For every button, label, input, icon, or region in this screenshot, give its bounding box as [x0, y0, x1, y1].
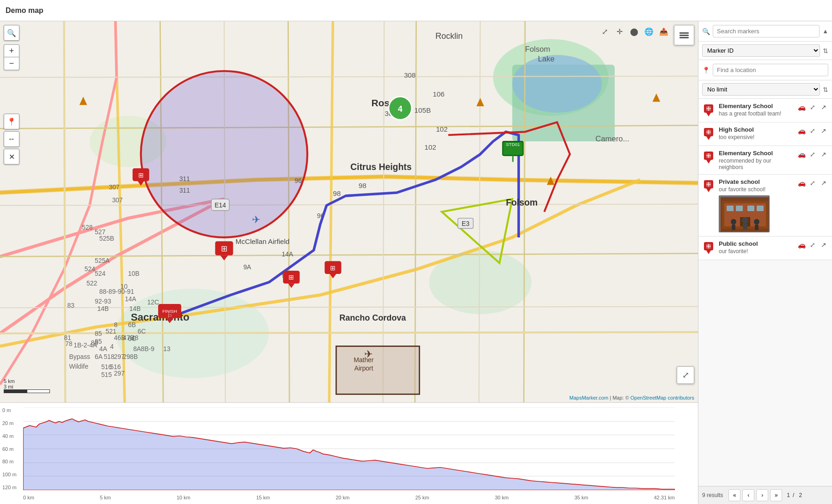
- prev-page-button[interactable]: ‹: [742, 489, 754, 501]
- scale-km-label: 5 km: [4, 378, 50, 384]
- location-pin-button[interactable]: 📍: [4, 114, 19, 129]
- svg-rect-163: [736, 206, 743, 211]
- osm-link[interactable]: OpenStreetMap contributors: [630, 395, 694, 401]
- marker-icon-5: [702, 240, 715, 256]
- scale-mi-label: 3 mi: [4, 384, 50, 389]
- svg-point-3: [512, 55, 602, 113]
- marker-expand-btn-2[interactable]: ⤢: [808, 126, 817, 135]
- collapse-icon[interactable]: ▲: [822, 28, 828, 35]
- zoom-out-button[interactable]: −: [4, 57, 19, 70]
- arrow-left-button[interactable]: ↔: [4, 131, 19, 147]
- find-location-section: 📍: [698, 60, 832, 80]
- marker-share-btn-3[interactable]: ↗: [819, 150, 828, 159]
- zoom-in-button[interactable]: +: [4, 44, 19, 57]
- marker-item[interactable]: High School too expensive! 🚗 ⤢ ↗: [698, 122, 832, 146]
- marker-desc-5: our favorite!: [719, 248, 793, 255]
- svg-text:307: 307: [109, 183, 120, 191]
- next-page-button[interactable]: ›: [756, 489, 768, 501]
- svg-point-169: [742, 217, 748, 224]
- marker-share-btn-5[interactable]: ↗: [819, 240, 828, 249]
- svg-marker-150: [706, 160, 711, 164]
- svg-text:524: 524: [85, 265, 95, 273]
- marker-share-btn-1[interactable]: ↗: [819, 103, 828, 112]
- page-total: 2: [799, 492, 802, 498]
- svg-text:McClellan Airfield: McClellan Airfield: [236, 237, 290, 245]
- map-section: Mather Airport ✈ 308 308 106 105B 102 10…: [0, 21, 698, 504]
- fullscreen-icon[interactable]: ⤢: [598, 25, 611, 38]
- svg-text:14B: 14B: [98, 305, 109, 312]
- svg-rect-162: [727, 206, 734, 211]
- svg-text:⊞: ⊞: [221, 244, 227, 253]
- map-container[interactable]: Mather Airport ✈ 308 308 106 105B 102 10…: [0, 21, 698, 402]
- marker-car-btn-4[interactable]: 🚗: [797, 178, 806, 188]
- export-icon[interactable]: 📤: [657, 25, 670, 38]
- svg-text:297: 297: [114, 370, 125, 377]
- fit-map-button[interactable]: ⤢: [677, 366, 694, 384]
- search-button[interactable]: 🔍: [4, 25, 19, 41]
- marker-desc-1: has a great football team!: [719, 110, 793, 117]
- marker-id-select[interactable]: Marker ID: [702, 44, 820, 57]
- svg-text:14A: 14A: [282, 250, 294, 258]
- close-button[interactable]: ✕: [4, 149, 19, 164]
- marker-item[interactable]: Public school our favorite! 🚗 ⤢ ↗: [698, 237, 832, 260]
- marker-title-2: High School: [719, 126, 793, 133]
- search-markers-input[interactable]: [713, 25, 820, 37]
- svg-rect-172: [755, 225, 759, 230]
- marker-expand-btn-3[interactable]: ⤢: [808, 150, 817, 159]
- crosshair-icon[interactable]: ✛: [613, 25, 626, 38]
- svg-text:48: 48: [131, 334, 139, 341]
- marker-expand-btn-5[interactable]: ⤢: [808, 240, 817, 249]
- limit-sort-icon[interactable]: ⇅: [823, 86, 828, 93]
- mapsmarker-link[interactable]: MapsMarker.com: [569, 395, 608, 401]
- svg-text:518: 518: [104, 353, 114, 360]
- elevation-chart: 120 m 100 m 80 m 60 m 40 m 20 m 0 m: [0, 402, 698, 504]
- svg-rect-129: [679, 32, 689, 34]
- limit-select[interactable]: No limit: [702, 83, 820, 96]
- marker-item[interactable]: Elementary School recommended by our nei…: [698, 146, 832, 175]
- map-toolbar-icons: ⤢ ✛ ⬤ 🌐 📤: [598, 25, 670, 38]
- marker-car-btn-3[interactable]: 🚗: [797, 150, 806, 159]
- svg-text:96: 96: [317, 212, 324, 219]
- svg-rect-168: [732, 225, 735, 230]
- svg-text:Rocklin: Rocklin: [435, 31, 463, 41]
- marker-share-btn-2[interactable]: ↗: [819, 126, 828, 135]
- marker-item[interactable]: Private school our favorite school!: [698, 175, 832, 237]
- svg-marker-140: [706, 113, 711, 116]
- marker-car-btn-2[interactable]: 🚗: [797, 126, 806, 135]
- svg-text:307: 307: [112, 196, 122, 204]
- marker-share-btn-4[interactable]: ↗: [819, 178, 828, 188]
- svg-text:311: 311: [179, 187, 190, 194]
- marker-item[interactable]: Elementary School has a great football t…: [698, 99, 832, 122]
- svg-text:6C: 6C: [138, 328, 146, 335]
- svg-text:Wildife: Wildife: [69, 363, 89, 370]
- marker-expand-btn-1[interactable]: ⤢: [808, 103, 817, 112]
- svg-text:6A: 6A: [95, 353, 103, 360]
- elevation-y-labels: 120 m 100 m 80 m 60 m 40 m 20 m 0 m: [2, 407, 17, 490]
- find-location-input[interactable]: [713, 64, 828, 76]
- svg-text:102: 102: [424, 143, 436, 151]
- svg-text:524: 524: [95, 270, 105, 277]
- sort-icon[interactable]: ⇅: [823, 47, 828, 55]
- circle-icon[interactable]: ⬤: [628, 25, 641, 38]
- svg-marker-175: [706, 250, 711, 254]
- scale-bar: 5 km 3 mi: [4, 378, 50, 393]
- marker-car-btn-1[interactable]: 🚗: [797, 103, 806, 112]
- marker-desc-2: too expensive!: [719, 134, 793, 140]
- svg-text:8B-9: 8B-9: [141, 346, 155, 353]
- title-bar: Demo map: [0, 0, 832, 21]
- svg-text:515: 515: [101, 371, 112, 378]
- first-page-button[interactable]: «: [728, 489, 740, 501]
- svg-text:8A: 8A: [133, 346, 141, 353]
- svg-marker-145: [706, 136, 711, 140]
- marker-car-btn-5[interactable]: 🚗: [797, 240, 806, 249]
- marker-actions-3: 🚗 ⤢ ↗: [797, 150, 828, 159]
- marker-info-2: High School too expensive!: [719, 126, 793, 140]
- svg-text:4: 4: [110, 343, 114, 350]
- svg-rect-165: [757, 206, 764, 211]
- globe-icon[interactable]: 🌐: [642, 25, 655, 38]
- layers-button[interactable]: [674, 25, 694, 45]
- marker-expand-btn-4[interactable]: ⤢: [808, 178, 817, 188]
- last-page-button[interactable]: »: [770, 489, 782, 501]
- markers-list: Elementary School has a great football t…: [698, 99, 832, 486]
- page-separator: /: [793, 492, 794, 498]
